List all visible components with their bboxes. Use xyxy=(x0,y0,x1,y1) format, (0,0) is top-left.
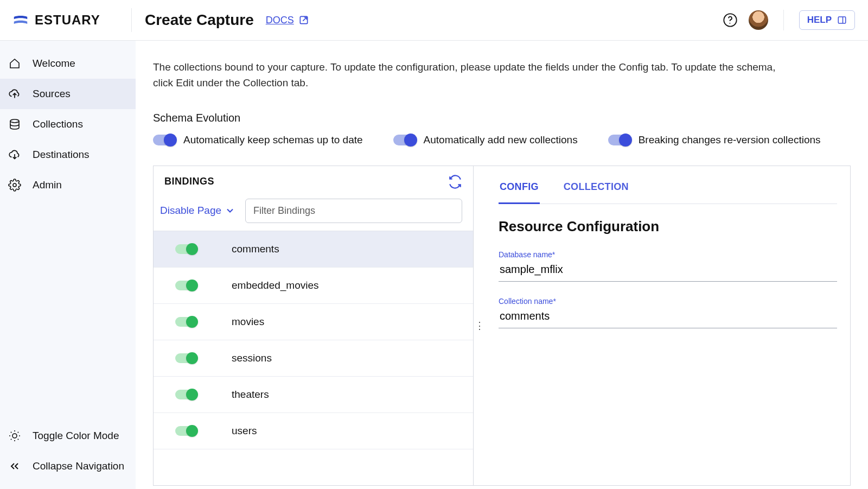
help-button[interactable]: HELP xyxy=(799,10,855,30)
sidebar-item-collections[interactable]: Collections xyxy=(0,109,136,139)
binding-name: users xyxy=(232,425,257,437)
filter-bindings-input[interactable] xyxy=(245,199,462,223)
bindings-panel: BINDINGS Disable Page xyxy=(154,166,474,485)
panel-right-icon xyxy=(837,15,847,25)
binding-row[interactable]: comments xyxy=(154,231,473,268)
config-panel: CONFIG COLLECTION Resource Configuration… xyxy=(486,166,850,485)
toggle-add-collections: Automatically add new collections xyxy=(393,134,578,146)
avatar[interactable] xyxy=(749,10,768,30)
toggle-color-mode[interactable]: Toggle Color Mode xyxy=(0,421,136,451)
sidebar-item-sources[interactable]: Sources xyxy=(0,79,136,109)
brand-logo-icon xyxy=(13,12,28,28)
binding-name: embedded_movies xyxy=(232,280,319,291)
app-header: ESTUARY Create Capture DOCS HELP xyxy=(0,0,868,41)
resize-handle[interactable]: ⋮ xyxy=(474,166,486,485)
sidebar-item-label: Collections xyxy=(33,118,83,130)
svg-point-7 xyxy=(12,434,17,438)
tab-config[interactable]: CONFIG xyxy=(499,181,540,204)
page-title: Create Capture xyxy=(145,11,254,29)
brand-name: ESTUARY xyxy=(35,12,100,28)
binding-toggle[interactable] xyxy=(175,281,197,290)
sidebar-item-label: Admin xyxy=(33,179,62,191)
svg-rect-3 xyxy=(838,17,846,23)
binding-row[interactable]: users xyxy=(154,413,473,449)
field-label: Database name* xyxy=(499,250,837,259)
svg-point-2 xyxy=(729,23,730,24)
toggle-label: Automatically keep schemas up to date xyxy=(183,134,363,146)
field-database-name: Database name* xyxy=(499,250,837,282)
toggle-switch[interactable] xyxy=(393,135,416,145)
help-circle-icon[interactable] xyxy=(723,12,738,28)
header-right: HELP xyxy=(723,10,855,30)
sidebar-item-welcome[interactable]: Welcome xyxy=(0,48,136,79)
cloud-upload-icon xyxy=(8,87,22,101)
binding-row[interactable]: theaters xyxy=(154,377,473,413)
docs-link[interactable]: DOCS xyxy=(266,15,309,26)
binding-name: movies xyxy=(232,316,264,328)
chevron-down-icon xyxy=(225,205,235,216)
sidebar-item-label: Collapse Navigation xyxy=(33,460,124,472)
bindings-list: comments embedded_movies movies sessions xyxy=(154,231,473,449)
docs-link-label: DOCS xyxy=(266,15,294,26)
sidebar-item-label: Welcome xyxy=(33,58,75,69)
help-button-label: HELP xyxy=(807,15,832,26)
binding-name: sessions xyxy=(232,352,272,364)
binding-row[interactable]: movies xyxy=(154,304,473,340)
schema-evolution-title: Schema Evolution xyxy=(153,112,851,124)
field-label: Collection name* xyxy=(499,297,837,306)
sidebar-bottom: Toggle Color Mode Collapse Navigation xyxy=(0,421,136,489)
binding-name: theaters xyxy=(232,389,269,401)
tab-collection[interactable]: COLLECTION xyxy=(563,181,630,204)
database-icon xyxy=(8,117,22,131)
binding-toggle[interactable] xyxy=(175,390,197,399)
sidebar-item-label: Toggle Color Mode xyxy=(33,430,119,442)
disable-page-label: Disable Page xyxy=(160,205,221,217)
bindings-title: BINDINGS xyxy=(164,176,214,187)
svg-point-6 xyxy=(13,183,16,187)
collapse-navigation[interactable]: Collapse Navigation xyxy=(0,451,136,481)
resource-configuration-title: Resource Configuration xyxy=(499,218,837,235)
sidebar: Welcome Sources Collections Destinations xyxy=(0,41,136,489)
sidebar-item-admin[interactable]: Admin xyxy=(0,170,136,200)
database-name-input[interactable] xyxy=(499,259,837,282)
sidebar-item-label: Destinations xyxy=(33,149,90,161)
binding-row[interactable]: sessions xyxy=(154,340,473,377)
collection-name-input[interactable] xyxy=(499,306,837,328)
disable-page-button[interactable]: Disable Page xyxy=(160,205,235,217)
binding-row[interactable]: embedded_movies xyxy=(154,268,473,304)
toggle-reversion: Breaking changes re-version collections xyxy=(608,134,821,146)
config-tabs: CONFIG COLLECTION xyxy=(499,181,837,204)
toggle-label: Breaking changes re-version collections xyxy=(639,134,821,146)
intro-text: The collections bound to your capture. T… xyxy=(153,59,793,91)
brand: ESTUARY xyxy=(13,12,131,28)
gear-icon xyxy=(8,178,22,192)
binding-toggle[interactable] xyxy=(175,426,197,436)
cloud-download-icon xyxy=(8,148,22,162)
sidebar-item-label: Sources xyxy=(33,88,71,100)
external-link-icon xyxy=(298,15,309,26)
svg-point-5 xyxy=(10,119,19,123)
sidebar-nav: Welcome Sources Collections Destinations xyxy=(0,41,136,421)
header-divider xyxy=(783,10,784,30)
refresh-icon[interactable] xyxy=(448,175,462,189)
binding-name: comments xyxy=(232,243,279,255)
home-icon xyxy=(8,56,22,71)
sidebar-item-destinations[interactable]: Destinations xyxy=(0,139,136,170)
sun-icon xyxy=(8,429,22,443)
binding-toggle[interactable] xyxy=(175,353,197,363)
field-collection-name: Collection name* xyxy=(499,297,837,328)
panels: BINDINGS Disable Page xyxy=(153,166,851,486)
header-divider xyxy=(131,8,132,32)
schema-toggles-row: Automatically keep schemas up to date Au… xyxy=(153,134,851,146)
binding-toggle[interactable] xyxy=(175,317,197,327)
toggle-keep-schemas: Automatically keep schemas up to date xyxy=(153,134,363,146)
binding-toggle[interactable] xyxy=(175,244,197,254)
main-content: The collections bound to your capture. T… xyxy=(136,41,868,489)
chevrons-left-icon xyxy=(8,459,22,473)
toggle-switch[interactable] xyxy=(608,135,631,145)
toggle-label: Automatically add new collections xyxy=(424,134,578,146)
toggle-switch[interactable] xyxy=(153,135,176,145)
